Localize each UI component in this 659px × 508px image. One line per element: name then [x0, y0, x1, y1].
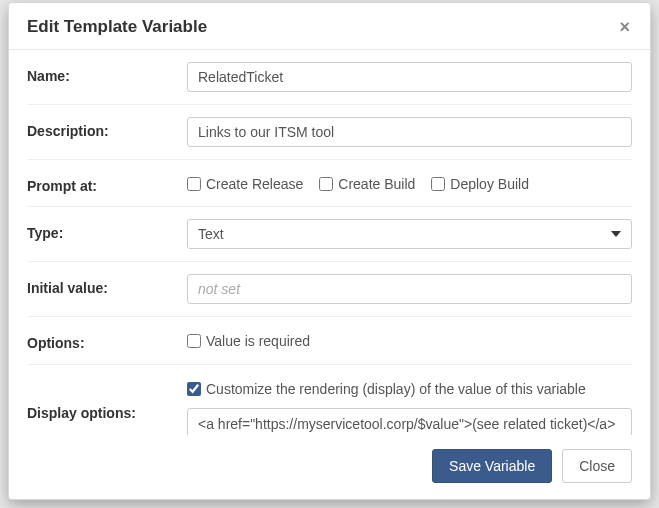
row-description: Description:	[27, 105, 632, 160]
type-select[interactable]: Text	[187, 219, 632, 249]
initial-value-field[interactable]	[187, 274, 632, 304]
display-template-field[interactable]: <a href="https://myservicetool.corp/$val…	[187, 408, 632, 435]
modal-body: Name: Description: Prompt at: Create Rel…	[9, 50, 650, 435]
prompt-create-build[interactable]: Create Build	[319, 176, 415, 192]
label-display-options: Display options:	[27, 377, 187, 421]
prompt-create-build-label: Create Build	[338, 176, 415, 192]
value-required-checkbox[interactable]	[187, 334, 201, 348]
label-options: Options:	[27, 329, 187, 351]
prompt-at-group: Create Release Create Build Deploy Build	[187, 172, 632, 192]
prompt-create-release-checkbox[interactable]	[187, 177, 201, 191]
prompt-create-release[interactable]: Create Release	[187, 176, 303, 192]
modal-title: Edit Template Variable	[27, 17, 207, 37]
save-variable-button[interactable]: Save Variable	[432, 449, 552, 483]
label-initial-value: Initial value:	[27, 274, 187, 296]
customize-rendering-checkbox[interactable]	[187, 382, 201, 396]
row-display-options: Display options: Customize the rendering…	[27, 365, 632, 435]
prompt-deploy-build-label: Deploy Build	[450, 176, 529, 192]
modal-footer: Save Variable Close	[9, 435, 650, 499]
row-name: Name:	[27, 50, 632, 105]
prompt-deploy-build[interactable]: Deploy Build	[431, 176, 529, 192]
value-required-label: Value is required	[206, 333, 310, 349]
close-icon[interactable]: ×	[617, 18, 632, 36]
prompt-deploy-build-checkbox[interactable]	[431, 177, 445, 191]
prompt-create-release-label: Create Release	[206, 176, 303, 192]
customize-rendering[interactable]: Customize the rendering (display) of the…	[187, 381, 586, 397]
label-type: Type:	[27, 219, 187, 241]
row-prompt-at: Prompt at: Create Release Create Build D…	[27, 160, 632, 207]
row-initial-value: Initial value:	[27, 262, 632, 317]
customize-rendering-label: Customize the rendering (display) of the…	[206, 381, 586, 397]
name-field[interactable]	[187, 62, 632, 92]
label-prompt-at: Prompt at:	[27, 172, 187, 194]
value-required[interactable]: Value is required	[187, 333, 310, 349]
label-description: Description:	[27, 117, 187, 139]
row-type: Type: Text	[27, 207, 632, 262]
modal-header: Edit Template Variable ×	[9, 3, 650, 50]
label-name: Name:	[27, 62, 187, 84]
description-field[interactable]	[187, 117, 632, 147]
edit-template-variable-modal: Edit Template Variable × Name: Descripti…	[8, 2, 651, 500]
prompt-create-build-checkbox[interactable]	[319, 177, 333, 191]
row-options: Options: Value is required	[27, 317, 632, 365]
close-button[interactable]: Close	[562, 449, 632, 483]
